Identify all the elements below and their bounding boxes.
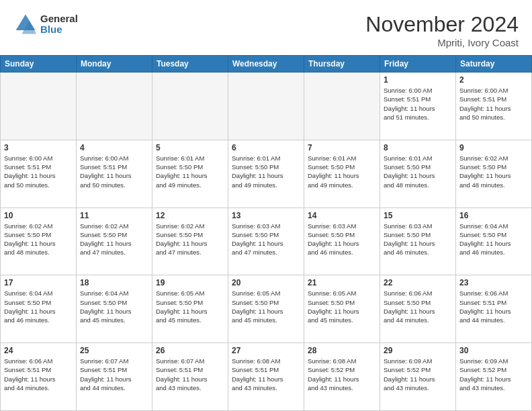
day-info: Sunrise: 6:01 AM Sunset: 5:50 PM Dayligh… bbox=[384, 154, 452, 189]
calendar-cell bbox=[304, 73, 380, 140]
day-info: Sunrise: 6:08 AM Sunset: 5:51 PM Dayligh… bbox=[232, 357, 300, 392]
day-number: 23 bbox=[459, 278, 528, 287]
calendar-cell: 13Sunrise: 6:03 AM Sunset: 5:50 PM Dayli… bbox=[228, 208, 304, 275]
day-number: 28 bbox=[308, 346, 376, 355]
location-title: Mpriti, Ivory Coast bbox=[365, 37, 519, 48]
header: General Blue November 2024 Mpriti, Ivory… bbox=[0, 0, 532, 55]
day-number: 9 bbox=[459, 143, 528, 152]
day-number: 7 bbox=[308, 143, 376, 152]
calendar-cell: 10Sunrise: 6:02 AM Sunset: 5:50 PM Dayli… bbox=[1, 208, 77, 275]
day-number: 4 bbox=[80, 143, 148, 152]
day-number: 14 bbox=[308, 211, 376, 220]
day-info: Sunrise: 6:05 AM Sunset: 5:50 PM Dayligh… bbox=[156, 289, 224, 324]
day-info: Sunrise: 6:02 AM Sunset: 5:50 PM Dayligh… bbox=[80, 222, 148, 257]
day-number: 1 bbox=[384, 75, 452, 85]
day-info: Sunrise: 6:00 AM Sunset: 5:51 PM Dayligh… bbox=[4, 154, 73, 189]
day-info: Sunrise: 6:05 AM Sunset: 5:50 PM Dayligh… bbox=[232, 289, 300, 324]
day-number: 24 bbox=[4, 346, 73, 355]
day-number: 2 bbox=[459, 75, 528, 85]
day-info: Sunrise: 6:07 AM Sunset: 5:51 PM Dayligh… bbox=[80, 357, 148, 392]
calendar-cell: 9Sunrise: 6:02 AM Sunset: 5:50 PM Daylig… bbox=[456, 140, 532, 208]
day-info: Sunrise: 6:06 AM Sunset: 5:51 PM Dayligh… bbox=[459, 289, 528, 324]
day-info: Sunrise: 6:05 AM Sunset: 5:50 PM Dayligh… bbox=[308, 289, 376, 324]
logo-icon bbox=[13, 12, 38, 36]
calendar-table: SundayMondayTuesdayWednesdayThursdayFrid… bbox=[0, 55, 532, 411]
day-info: Sunrise: 6:04 AM Sunset: 5:50 PM Dayligh… bbox=[80, 289, 148, 324]
calendar-cell: 21Sunrise: 6:05 AM Sunset: 5:50 PM Dayli… bbox=[304, 275, 380, 343]
calendar-cell: 14Sunrise: 6:03 AM Sunset: 5:50 PM Dayli… bbox=[304, 208, 380, 275]
calendar-cell bbox=[1, 73, 77, 140]
day-info: Sunrise: 6:09 AM Sunset: 5:52 PM Dayligh… bbox=[384, 357, 452, 392]
day-number: 19 bbox=[156, 278, 224, 287]
day-info: Sunrise: 6:06 AM Sunset: 5:50 PM Dayligh… bbox=[384, 289, 452, 324]
calendar-cell: 8Sunrise: 6:01 AM Sunset: 5:50 PM Daylig… bbox=[380, 140, 456, 208]
logo-blue-text: Blue bbox=[40, 24, 78, 36]
header-right: November 2024 Mpriti, Ivory Coast bbox=[365, 12, 519, 48]
calendar-day-header: Friday bbox=[380, 56, 456, 73]
calendar-cell: 16Sunrise: 6:04 AM Sunset: 5:50 PM Dayli… bbox=[456, 208, 532, 275]
day-number: 13 bbox=[232, 211, 300, 220]
calendar-cell: 20Sunrise: 6:05 AM Sunset: 5:50 PM Dayli… bbox=[228, 275, 304, 343]
calendar-header-row: SundayMondayTuesdayWednesdayThursdayFrid… bbox=[1, 56, 532, 73]
calendar-cell: 3Sunrise: 6:00 AM Sunset: 5:51 PM Daylig… bbox=[1, 140, 77, 208]
calendar-cell bbox=[228, 73, 304, 140]
day-number: 20 bbox=[232, 278, 300, 287]
day-info: Sunrise: 6:01 AM Sunset: 5:50 PM Dayligh… bbox=[156, 154, 224, 189]
day-number: 27 bbox=[232, 346, 300, 355]
day-info: Sunrise: 6:00 AM Sunset: 5:51 PM Dayligh… bbox=[459, 86, 528, 122]
day-number: 25 bbox=[80, 346, 148, 355]
calendar-cell: 18Sunrise: 6:04 AM Sunset: 5:50 PM Dayli… bbox=[77, 275, 152, 343]
calendar-cell: 22Sunrise: 6:06 AM Sunset: 5:50 PM Dayli… bbox=[380, 275, 456, 343]
calendar-day-header: Sunday bbox=[1, 56, 77, 73]
day-number: 6 bbox=[232, 143, 300, 152]
day-info: Sunrise: 6:03 AM Sunset: 5:50 PM Dayligh… bbox=[384, 222, 452, 257]
logo-general-text: General bbox=[40, 13, 78, 25]
calendar-cell: 25Sunrise: 6:07 AM Sunset: 5:51 PM Dayli… bbox=[77, 343, 152, 411]
day-info: Sunrise: 6:02 AM Sunset: 5:50 PM Dayligh… bbox=[156, 222, 224, 257]
day-info: Sunrise: 6:03 AM Sunset: 5:50 PM Dayligh… bbox=[232, 222, 300, 257]
calendar-cell bbox=[152, 73, 228, 140]
calendar-cell: 1Sunrise: 6:00 AM Sunset: 5:51 PM Daylig… bbox=[380, 73, 456, 140]
day-info: Sunrise: 6:02 AM Sunset: 5:50 PM Dayligh… bbox=[459, 154, 528, 189]
calendar-day-header: Monday bbox=[77, 56, 152, 73]
calendar-cell: 11Sunrise: 6:02 AM Sunset: 5:50 PM Dayli… bbox=[77, 208, 152, 275]
calendar-week-row: 17Sunrise: 6:04 AM Sunset: 5:50 PM Dayli… bbox=[1, 275, 532, 343]
day-info: Sunrise: 6:04 AM Sunset: 5:50 PM Dayligh… bbox=[4, 289, 73, 324]
day-number: 11 bbox=[80, 211, 148, 220]
calendar-day-header: Saturday bbox=[456, 56, 532, 73]
logo-text: General Blue bbox=[40, 13, 78, 36]
day-number: 17 bbox=[4, 278, 73, 287]
month-title: November 2024 bbox=[365, 12, 519, 37]
calendar-week-row: 24Sunrise: 6:06 AM Sunset: 5:51 PM Dayli… bbox=[1, 343, 532, 411]
calendar-day-header: Thursday bbox=[304, 56, 380, 73]
day-number: 29 bbox=[384, 346, 452, 355]
calendar-week-row: 10Sunrise: 6:02 AM Sunset: 5:50 PM Dayli… bbox=[1, 208, 532, 275]
calendar-cell: 27Sunrise: 6:08 AM Sunset: 5:51 PM Dayli… bbox=[228, 343, 304, 411]
day-number: 30 bbox=[459, 346, 528, 355]
calendar-cell: 29Sunrise: 6:09 AM Sunset: 5:52 PM Dayli… bbox=[380, 343, 456, 411]
calendar-cell: 23Sunrise: 6:06 AM Sunset: 5:51 PM Dayli… bbox=[456, 275, 532, 343]
day-info: Sunrise: 6:01 AM Sunset: 5:50 PM Dayligh… bbox=[308, 154, 376, 189]
calendar-cell: 12Sunrise: 6:02 AM Sunset: 5:50 PM Dayli… bbox=[152, 208, 228, 275]
calendar-cell: 2Sunrise: 6:00 AM Sunset: 5:51 PM Daylig… bbox=[456, 73, 532, 140]
page: General Blue November 2024 Mpriti, Ivory… bbox=[0, 0, 532, 411]
calendar-day-header: Tuesday bbox=[152, 56, 228, 73]
day-info: Sunrise: 6:09 AM Sunset: 5:52 PM Dayligh… bbox=[459, 357, 528, 392]
calendar-cell: 6Sunrise: 6:01 AM Sunset: 5:50 PM Daylig… bbox=[228, 140, 304, 208]
day-info: Sunrise: 6:02 AM Sunset: 5:50 PM Dayligh… bbox=[4, 222, 73, 257]
day-info: Sunrise: 6:01 AM Sunset: 5:50 PM Dayligh… bbox=[232, 154, 300, 189]
calendar-day-header: Wednesday bbox=[228, 56, 304, 73]
day-number: 5 bbox=[156, 143, 224, 152]
calendar-cell: 5Sunrise: 6:01 AM Sunset: 5:50 PM Daylig… bbox=[152, 140, 228, 208]
day-number: 12 bbox=[156, 211, 224, 220]
day-number: 15 bbox=[384, 211, 452, 220]
calendar-cell: 19Sunrise: 6:05 AM Sunset: 5:50 PM Dayli… bbox=[152, 275, 228, 343]
day-info: Sunrise: 6:06 AM Sunset: 5:51 PM Dayligh… bbox=[4, 357, 73, 392]
day-number: 10 bbox=[4, 211, 73, 220]
day-info: Sunrise: 6:03 AM Sunset: 5:50 PM Dayligh… bbox=[308, 222, 376, 257]
calendar-cell: 26Sunrise: 6:07 AM Sunset: 5:51 PM Dayli… bbox=[152, 343, 228, 411]
day-info: Sunrise: 6:00 AM Sunset: 5:51 PM Dayligh… bbox=[384, 86, 452, 122]
calendar-cell: 15Sunrise: 6:03 AM Sunset: 5:50 PM Dayli… bbox=[380, 208, 456, 275]
calendar-week-row: 1Sunrise: 6:00 AM Sunset: 5:51 PM Daylig… bbox=[1, 73, 532, 140]
calendar-cell: 4Sunrise: 6:00 AM Sunset: 5:51 PM Daylig… bbox=[77, 140, 152, 208]
